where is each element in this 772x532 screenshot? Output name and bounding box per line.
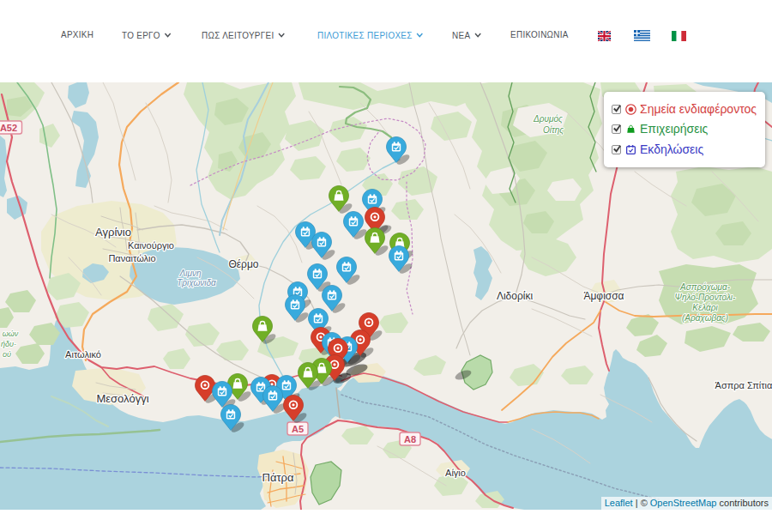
svg-text:Παναιτώλιο: Παναιτώλιο: [108, 253, 155, 263]
svg-text:(Αράχωβας): (Αράχωβας): [682, 313, 728, 323]
svg-text:ήδυ-: ήδυ-: [1, 340, 16, 348]
svg-text:ωών: ωών: [3, 329, 19, 338]
svg-text:Πάτρα: Πάτρα: [262, 471, 294, 484]
svg-text:Άσπρα Σπίτια: Άσπρα Σπίτια: [715, 380, 772, 390]
svg-text:Α8: Α8: [404, 434, 416, 444]
svg-text:Κελάρι: Κελάρι: [692, 303, 718, 312]
svg-text:Αιτωλικό: Αιτωλικό: [65, 349, 101, 360]
svg-text:Α5: Α5: [292, 424, 304, 434]
svg-text:Λιμνη: Λιμνη: [179, 269, 202, 278]
svg-text:Καινούργιο: Καινούργιο: [128, 240, 174, 251]
svg-text:Αγρίνιο: Αγρίνιο: [95, 226, 131, 239]
svg-text:Ψηλό-Προντόλι-: Ψηλό-Προντόλι-: [675, 293, 737, 302]
svg-text:Λιδορίκι: Λιδορίκι: [497, 290, 534, 302]
svg-text:Άμφισσα: Άμφισσα: [583, 290, 624, 302]
svg-text:Αίγιο: Αίγιο: [445, 468, 466, 478]
svg-text:Α52: Α52: [0, 123, 17, 133]
svg-text:Δρυμός: Δρυμός: [533, 114, 563, 124]
svg-text:Οίτης: Οίτης: [543, 125, 564, 135]
svg-text:ού: ού: [3, 350, 11, 359]
svg-text:Θέρμο: Θέρμο: [228, 258, 258, 270]
svg-text:Ασπρόχωμα-: Ασπρόχωμα-: [679, 282, 731, 292]
svg-text:Τριχωνιδα: Τριχωνιδα: [177, 278, 216, 287]
svg-text:Μεσολόγγι: Μεσολόγγι: [96, 392, 148, 405]
